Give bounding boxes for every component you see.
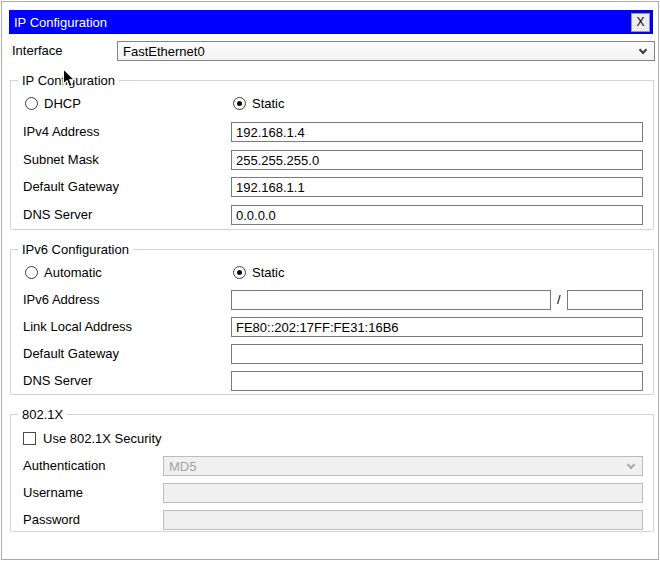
link-local-address-label: Link Local Address (23, 317, 132, 337)
use-dot1x-security-label[interactable]: Use 802.1X Security (43, 429, 162, 449)
ipv4-default-gateway-input[interactable] (231, 177, 643, 197)
ipv6-static-radio[interactable] (233, 266, 246, 279)
window-title: IP Configuration (14, 15, 631, 30)
ipv4-static-radio-label[interactable]: Static (252, 94, 285, 114)
subnet-mask-input[interactable] (231, 150, 643, 170)
title-bar[interactable]: IP Configuration X (9, 10, 653, 34)
authentication-label: Authentication (23, 456, 105, 476)
ipv6-automatic-radio-label[interactable]: Automatic (44, 263, 102, 283)
ipv6-group: IPv6 Configuration Automatic Static IPv6… (10, 249, 654, 395)
ipv4-static-radio[interactable] (233, 97, 246, 110)
ipv4-address-label: IPv4 Address (23, 122, 100, 142)
ipv4-address-input[interactable] (231, 122, 643, 142)
use-dot1x-security-checkbox[interactable] (23, 432, 36, 445)
authentication-selected-value: MD5 (169, 458, 196, 475)
username-input (163, 483, 643, 503)
ipv4-dns-server-input[interactable] (231, 205, 643, 225)
dot1x-group-title: 802.1X (18, 405, 67, 425)
ipv6-prefix-separator: / (557, 290, 561, 310)
ipv6-address-input[interactable] (231, 290, 551, 310)
interface-select[interactable]: FastEthernet0 (117, 41, 655, 61)
interface-selected-value: FastEthernet0 (123, 43, 205, 60)
ipv6-automatic-radio[interactable] (25, 266, 38, 279)
ipv6-static-radio-label[interactable]: Static (252, 263, 285, 283)
link-local-address-input[interactable] (231, 317, 643, 337)
ipv6-address-label: IPv6 Address (23, 290, 100, 310)
close-icon: X (636, 15, 644, 29)
interface-label: Interface (12, 41, 63, 61)
ipv4-dns-server-label: DNS Server (23, 205, 92, 225)
ipv6-group-title: IPv6 Configuration (18, 240, 133, 260)
subnet-mask-label: Subnet Mask (23, 150, 99, 170)
chevron-down-icon (639, 46, 647, 54)
ipv6-dns-server-input[interactable] (231, 371, 643, 391)
close-button[interactable]: X (631, 13, 650, 32)
dot1x-group: 802.1X Use 802.1X Security Authenticatio… (10, 414, 654, 532)
dhcp-radio[interactable] (25, 97, 38, 110)
ipv6-default-gateway-input[interactable] (231, 344, 643, 364)
authentication-select: MD5 (163, 456, 643, 476)
ipv6-default-gateway-label: Default Gateway (23, 344, 119, 364)
ipv6-prefix-input[interactable] (567, 290, 643, 310)
password-input (163, 510, 643, 530)
dhcp-radio-label[interactable]: DHCP (44, 94, 81, 114)
mouse-cursor-icon (62, 68, 76, 89)
chevron-down-icon (627, 461, 635, 469)
password-label: Password (23, 510, 80, 530)
username-label: Username (23, 483, 83, 503)
ipv4-group: IP Configuration DHCP Static IPv4 Addres… (10, 80, 654, 230)
ipv4-default-gateway-label: Default Gateway (23, 177, 119, 197)
ip-configuration-dialog: IP Configuration X Interface FastEtherne… (1, 1, 659, 560)
ipv6-dns-server-label: DNS Server (23, 371, 92, 391)
